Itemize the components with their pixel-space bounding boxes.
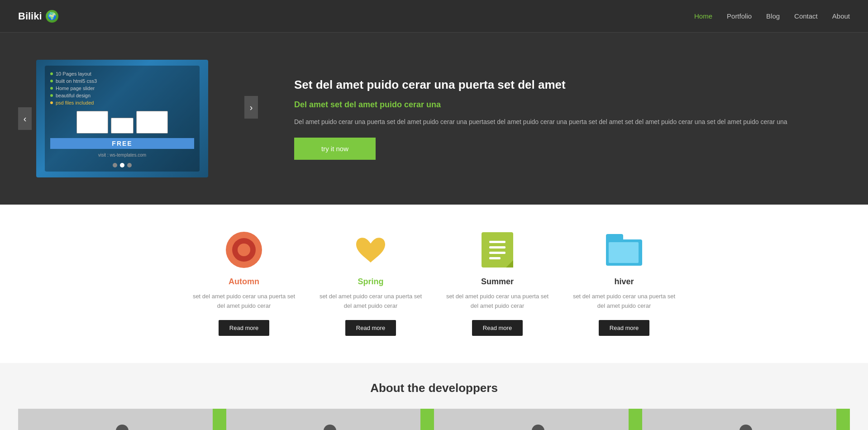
spring-icon-container — [353, 232, 389, 268]
folder-inner — [609, 242, 639, 263]
hero-dots — [50, 163, 194, 167]
bullet-icon — [50, 87, 53, 90]
summer-doc-icon — [482, 232, 513, 268]
dev-avatar-head-3 — [532, 425, 544, 430]
mockup-screens — [50, 111, 194, 134]
spring-heart-icon — [355, 235, 386, 265]
nav-contact[interactable]: Contact — [794, 12, 818, 20]
dot-2 — [120, 163, 124, 167]
developer-card-4 — [642, 409, 850, 430]
main-nav: Home Portfolio Blog Contact About — [694, 12, 850, 20]
feature-automn: Automn set del amet puido cerar una puer… — [181, 232, 307, 336]
feature-hiver: hiver set del amet puido cerar una puert… — [561, 232, 687, 336]
doc-line-2 — [489, 246, 506, 248]
automn-icon-center — [238, 244, 250, 256]
header: Biliki 🌍 Home Portfolio Blog Contact Abo… — [0, 0, 868, 33]
doc-line-3 — [489, 252, 506, 254]
hero-image-container: 10 Pages layout built on html5 css3 Home… — [36, 60, 208, 177]
hiver-desc: set del amet puido cerar una puerta set … — [570, 292, 678, 311]
summer-desc: set del amet puido cerar una puerta set … — [443, 292, 552, 311]
hiver-folder-icon — [606, 234, 642, 266]
summer-name: Summer — [443, 277, 552, 287]
doc-line-1 — [489, 241, 506, 243]
slide-item-3: Home page slider — [50, 86, 194, 91]
spring-name: Spring — [316, 277, 425, 287]
visit-text: visit : ws-templates.com — [50, 153, 194, 158]
developer-card-2 — [226, 409, 434, 430]
feature-summer: Summer set del amet puido cerar una puer… — [434, 232, 561, 336]
hero-title: Set del amet puido cerar una puerta set … — [294, 77, 832, 93]
nav-about[interactable]: About — [832, 12, 850, 20]
automn-desc: set del amet puido cerar una puerta set … — [190, 292, 298, 311]
logo-globe-icon: 🌍 — [46, 10, 58, 23]
feature-spring: Spring set del amet puido cerar una puer… — [307, 232, 434, 336]
bullet-icon — [50, 94, 53, 97]
hero-subtitle: Del amet set del amet puido cerar una — [294, 100, 832, 110]
bullet-icon — [50, 80, 53, 82]
doc-line-4 — [489, 257, 501, 259]
automn-name: Automn — [190, 277, 298, 287]
nav-blog[interactable]: Blog — [766, 12, 780, 20]
hero-next-button[interactable]: › — [244, 96, 258, 119]
automn-icon — [226, 232, 262, 268]
developer-card-1 — [18, 409, 226, 430]
dot-3 — [127, 163, 132, 167]
nav-portfolio[interactable]: Portfolio — [727, 12, 752, 20]
automn-icon-container — [226, 232, 262, 268]
slide-item-4: beautiful design — [50, 93, 194, 98]
automn-read-more-button[interactable]: Read more — [219, 320, 269, 336]
nav-home[interactable]: Home — [694, 12, 712, 20]
summer-read-more-button[interactable]: Read more — [472, 320, 523, 336]
summer-icon-container — [479, 232, 515, 268]
automn-icon-ring — [232, 238, 256, 262]
slide-item-5: psd files included — [50, 100, 194, 105]
spring-read-more-button[interactable]: Read more — [345, 320, 396, 336]
dev-avatar-head-2 — [324, 425, 336, 430]
hero-cta-button[interactable]: try it now — [294, 138, 376, 160]
about-title: About the developpers — [18, 381, 850, 395]
bullet-icon — [50, 72, 53, 75]
screen-2 — [111, 118, 134, 134]
hiver-read-more-button[interactable]: Read more — [599, 320, 649, 336]
features-section: Automn set del amet puido cerar una puer… — [0, 205, 868, 363]
hero-content: Set del amet puido cerar una puerta set … — [294, 77, 832, 160]
spring-desc: set del amet puido cerar una puerta set … — [316, 292, 425, 311]
dot-1 — [113, 163, 117, 167]
developer-card-3 — [434, 409, 642, 430]
developers-grid — [18, 409, 850, 430]
screen-1 — [76, 111, 108, 134]
hero-slide-content: 10 Pages layout built on html5 css3 Home… — [45, 66, 200, 172]
hiver-name: hiver — [570, 277, 678, 287]
hero-prev-button[interactable]: ‹ — [18, 107, 32, 130]
hero-description: Del amet puido cerar una puerta set del … — [294, 117, 832, 127]
doc-fold — [506, 260, 513, 268]
slide-item-2: built on html5 css3 — [50, 78, 194, 84]
hero-section: ‹ 10 Pages layout built on html5 css3 Ho… — [0, 33, 868, 205]
logo-text: Biliki — [18, 10, 42, 22]
bullet-icon — [50, 101, 53, 104]
hero-image: 10 Pages layout built on html5 css3 Home… — [36, 60, 208, 177]
dev-avatar-head-4 — [739, 425, 752, 430]
folder-body — [606, 239, 642, 266]
hiver-icon-container — [606, 232, 642, 268]
screen-3 — [136, 111, 168, 134]
logo[interactable]: Biliki 🌍 — [18, 10, 58, 23]
slide-item-1: 10 Pages layout — [50, 71, 194, 76]
dev-avatar-head-1 — [116, 425, 129, 430]
about-section: About the developpers — [0, 363, 868, 430]
free-banner: FREE — [50, 138, 194, 149]
